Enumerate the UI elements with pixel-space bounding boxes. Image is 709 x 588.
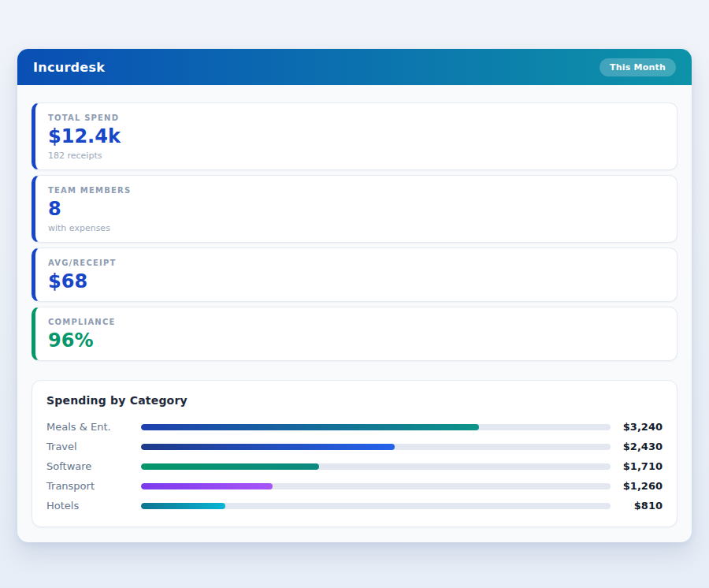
category-label: Meals & Ent. — [46, 421, 141, 433]
stat-card: AVG/RECEIPT $68 — [32, 247, 677, 302]
category-value: $1,260 — [611, 480, 663, 492]
stat-subtext: with expenses — [48, 222, 664, 234]
bar-fill — [141, 444, 395, 450]
stat-card: COMPLIANCE 96% — [32, 307, 677, 361]
stat-value: 96% — [48, 329, 664, 352]
bar-track — [141, 424, 611, 430]
bar-fill — [141, 463, 319, 470]
category-label: Travel — [46, 441, 141, 452]
bar-track — [141, 483, 611, 489]
bar-fill — [141, 503, 225, 509]
app-header: Incurdesk This Month — [17, 49, 692, 85]
chart-title: Spending by Category — [46, 394, 663, 407]
app-title: Incurdesk — [33, 60, 105, 75]
stats-list: TOTAL SPEND $12.4k 182 receipts TEAM MEM… — [32, 102, 677, 361]
chart-row: Hotels $810 — [46, 496, 663, 515]
chart-rows: Meals & Ent. $3,240 Travel $2,430 Softwa… — [46, 417, 663, 515]
category-value: $810 — [611, 500, 663, 512]
incurdesk-panel: Incurdesk This Month TOTAL SPEND $12.4k … — [17, 49, 692, 542]
category-label: Transport — [46, 480, 141, 492]
category-label: Hotels — [46, 500, 141, 512]
stat-label: TEAM MEMBERS — [48, 185, 664, 195]
stat-value: 8 — [48, 198, 664, 221]
chart-row: Meals & Ent. $3,240 — [46, 417, 663, 437]
page-background: Incurdesk This Month TOTAL SPEND $12.4k … — [0, 49, 709, 542]
chart-row: Transport $1,260 — [46, 476, 663, 496]
spending-chart-card: Spending by Category Meals & Ent. $3,240… — [32, 380, 677, 527]
bar-fill — [141, 483, 273, 489]
bar-track — [141, 444, 611, 450]
bar-fill — [141, 424, 479, 430]
chart-row: Software $1,710 — [46, 456, 663, 476]
category-value: $2,430 — [611, 441, 663, 452]
period-badge[interactable]: This Month — [599, 58, 676, 76]
category-label: Software — [46, 460, 141, 472]
stat-label: AVG/RECEIPT — [48, 258, 664, 268]
stat-label: COMPLIANCE — [48, 317, 664, 327]
stat-card: TOTAL SPEND $12.4k 182 receipts — [32, 102, 677, 170]
chart-row: Travel $2,430 — [46, 437, 663, 456]
stat-card: TEAM MEMBERS 8 with expenses — [32, 175, 677, 243]
bar-track — [141, 503, 611, 509]
bar-track — [141, 463, 611, 470]
main-content: TOTAL SPEND $12.4k 182 receipts TEAM MEM… — [17, 85, 692, 542]
category-value: $1,710 — [611, 460, 663, 472]
stat-label: TOTAL SPEND — [48, 113, 664, 123]
stat-value: $68 — [48, 270, 664, 293]
stat-subtext: 182 receipts — [48, 150, 664, 162]
stat-value: $12.4k — [48, 125, 664, 148]
category-value: $3,240 — [611, 421, 663, 433]
